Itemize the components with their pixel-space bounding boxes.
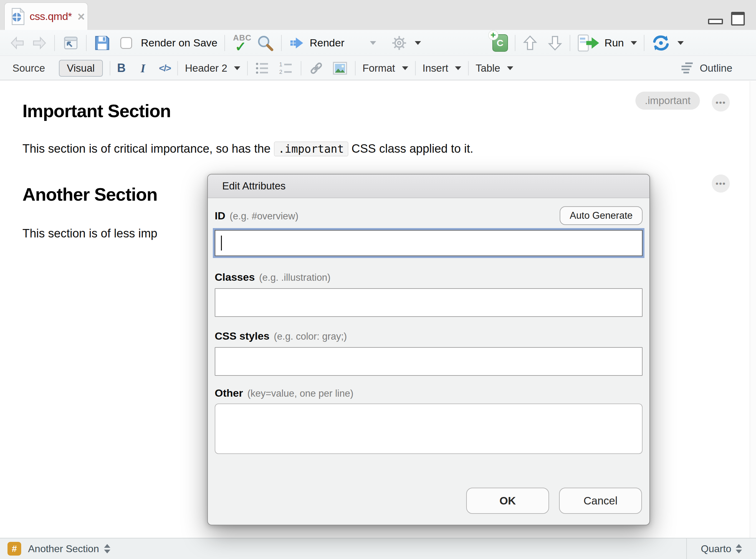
tab-title: css.qmd* [29, 10, 72, 22]
render-on-save-label: Render on Save [141, 37, 218, 49]
current-section-selector[interactable]: Another Section [28, 543, 99, 555]
minimize-pane-icon[interactable] [708, 19, 723, 24]
tab-css-qmd[interactable]: css.qmd* × [4, 2, 88, 30]
table-menu-caret[interactable] [507, 66, 513, 70]
paragraph-1-text-before: This section is of critical importance, … [22, 142, 274, 155]
insert-image-button[interactable] [332, 61, 348, 76]
format-menu-caret[interactable] [402, 66, 408, 70]
sync-icon [651, 34, 671, 52]
render-label: Render [310, 37, 344, 49]
insert-menu-caret[interactable] [455, 66, 461, 70]
format-menu[interactable]: Format [362, 62, 408, 74]
back-button[interactable] [9, 36, 26, 50]
editor-tab-bar: css.qmd* × [0, 0, 756, 30]
svg-text:1: 1 [279, 61, 282, 68]
classes-field-label: Classes(e.g. .illustration) [215, 271, 643, 283]
go-to-next-section-button[interactable] [547, 34, 563, 52]
svg-text:2: 2 [279, 69, 282, 75]
link-icon [308, 61, 325, 76]
numbered-list-icon: 12 [278, 61, 294, 75]
source-refresh-button[interactable] [651, 34, 684, 52]
paragraph-2[interactable]: This section is of less imp [22, 227, 157, 240]
header-dropdown-caret[interactable] [234, 66, 240, 70]
rstudio-source-pane: css.qmd* × [0, 0, 756, 559]
render-dropdown-caret[interactable] [370, 41, 376, 45]
code-button[interactable]: </> [159, 63, 171, 73]
text-cursor [221, 236, 222, 250]
css-class-badge[interactable]: .important [636, 92, 700, 110]
maximize-pane-icon[interactable] [731, 12, 745, 26]
css-styles-input[interactable] [215, 347, 643, 376]
header-level-select[interactable]: Header 2 [185, 62, 240, 74]
inline-code-important[interactable]: .important [274, 141, 349, 156]
run-label: Run [604, 37, 624, 49]
other-attributes-textarea[interactable] [215, 403, 643, 454]
auto-generate-button[interactable]: Auto Generate [560, 206, 643, 225]
format-menu-label: Format [362, 62, 395, 74]
section-selector-arrows-icon[interactable] [104, 544, 110, 553]
render-button[interactable]: Render [289, 35, 376, 51]
table-menu[interactable]: Table [475, 62, 513, 74]
bullet-list-button[interactable] [254, 61, 270, 75]
format-toolbar: Source Visual B I </> Header 2 12 [0, 57, 756, 81]
run-dropdown-caret[interactable] [631, 41, 637, 45]
visual-mode-button[interactable]: Visual [59, 60, 103, 77]
render-settings-button[interactable] [391, 34, 421, 52]
numbered-list-button[interactable]: 12 [278, 61, 294, 75]
edit-attributes-dialog: Edit Attributes ID(e.g. #overview) Auto … [207, 174, 650, 526]
close-icon[interactable]: × [77, 10, 85, 23]
section-heading-important[interactable]: Important Section [22, 100, 171, 121]
document-format-selector[interactable]: Quarto [686, 538, 756, 559]
checkbox-unchecked[interactable] [120, 37, 132, 49]
bold-button[interactable]: B [117, 61, 126, 75]
insert-chunk-icon: C + [492, 34, 508, 52]
go-to-previous-section-button[interactable] [522, 34, 538, 52]
classes-input[interactable] [215, 288, 643, 317]
insert-chunk-button[interactable]: C + [492, 34, 508, 52]
id-input[interactable] [215, 230, 643, 256]
toolbar-right-group: C + Run [492, 34, 756, 52]
forward-button[interactable] [30, 36, 47, 50]
more-options-icon[interactable]: ••• [712, 93, 730, 112]
insert-menu-label: Insert [423, 62, 448, 74]
table-menu-label: Table [475, 62, 500, 74]
other-field-label: Other(key=value, one per line) [215, 387, 643, 399]
cancel-button[interactable]: Cancel [559, 488, 642, 514]
outline-icon [679, 61, 695, 75]
css-styles-field-label: CSS styles(e.g. color: gray;) [215, 330, 643, 342]
render-on-save-checkbox[interactable]: Render on Save [120, 37, 218, 49]
italic-button[interactable]: I [140, 61, 145, 75]
settings-dropdown-caret[interactable] [415, 41, 421, 45]
render-icon [289, 35, 306, 51]
pane-window-controls [708, 12, 745, 26]
paragraph-1[interactable]: This section is of critical importance, … [22, 142, 473, 156]
source-mode-button[interactable]: Source [13, 62, 45, 74]
save-button[interactable] [93, 34, 111, 52]
format-name-label: Quarto [701, 543, 731, 555]
quarto-file-icon [10, 8, 25, 25]
more-options-icon[interactable]: ••• [712, 175, 730, 193]
find-replace-button[interactable] [256, 34, 274, 52]
dialog-title: Edit Attributes [208, 175, 649, 198]
spellcheck-icon: ABC ✓ [232, 33, 254, 52]
image-icon [332, 61, 348, 76]
ok-button[interactable]: OK [466, 488, 549, 514]
bullet-list-icon [254, 61, 270, 75]
spellcheck-button[interactable]: ABC ✓ [232, 33, 254, 52]
editor-scrollbar[interactable] [750, 81, 756, 538]
paragraph-1-text-after: CSS class applied to it. [349, 142, 473, 155]
outline-label: Outline [699, 62, 732, 74]
refresh-dropdown-caret[interactable] [677, 41, 684, 45]
insert-link-button[interactable] [308, 61, 325, 76]
format-selector-arrows-icon[interactable] [736, 544, 742, 553]
section-heading-another[interactable]: Another Section [22, 184, 157, 205]
editor-status-bar: # Another Section Quarto [0, 538, 756, 559]
insert-menu[interactable]: Insert [423, 62, 462, 74]
gear-icon [391, 34, 408, 52]
id-field-label: ID(e.g. #overview) [215, 210, 298, 222]
header-level-label: Header 2 [185, 62, 227, 74]
open-in-new-window-button[interactable] [62, 35, 79, 51]
primary-toolbar: Render on Save ABC ✓ Render [0, 30, 756, 56]
outline-toggle[interactable]: Outline [679, 61, 756, 75]
run-button[interactable]: Run [577, 34, 637, 52]
